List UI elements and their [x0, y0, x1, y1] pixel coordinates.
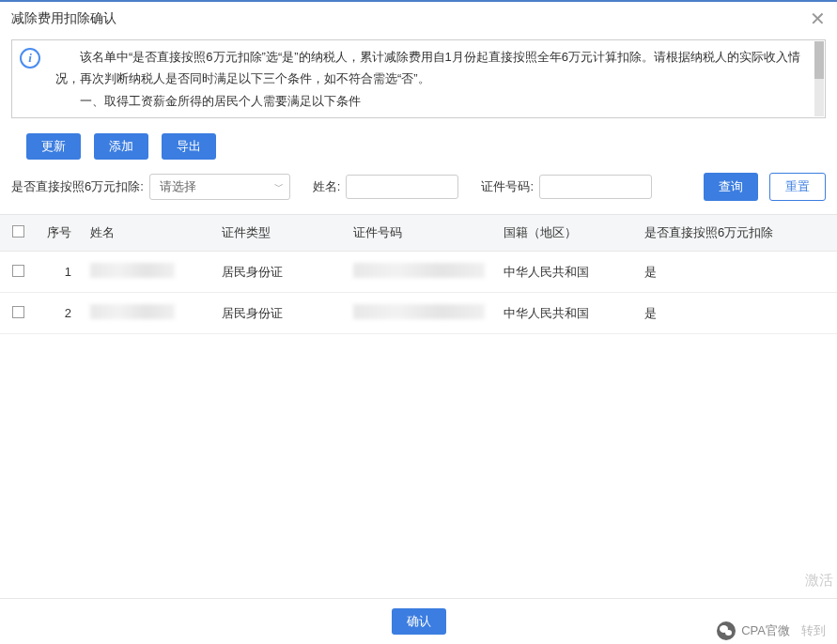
idnum-filter-label: 证件号码:	[481, 178, 534, 195]
col-deduct: 是否直接按照6万元扣除	[637, 215, 837, 252]
notice-box: i 该名单中“是否直接按照6万元扣除”选“是”的纳税人，累计减除费用自1月份起直…	[11, 39, 826, 118]
deduct-filter-label: 是否直接按照6万元扣除:	[11, 178, 144, 195]
close-icon[interactable]: ✕	[810, 9, 826, 28]
toolbar: 更新 添加 导出	[0, 130, 837, 173]
cell-country: 中华人民共和国	[496, 293, 637, 334]
cell-idnum	[346, 252, 496, 293]
wechat-label: CPA官微	[741, 622, 790, 639]
cell-name	[83, 252, 214, 293]
windows-activate-watermark: 激活	[805, 572, 833, 590]
cell-seq: 1	[36, 252, 83, 293]
filter-row: 是否直接按照6万元扣除: 请选择 ﹀ 姓名: 证件号码: 查询 重置	[0, 173, 837, 214]
data-table: 序号 姓名 证件类型 证件号码 国籍（地区） 是否直接按照6万元扣除 1 居民身…	[0, 214, 837, 334]
notice-text: 该名单中“是否直接按照6万元扣除”选“是”的纳税人，累计减除费用自1月份起直接按…	[48, 46, 817, 112]
dialog-footer: 确认	[0, 598, 837, 644]
cell-country: 中华人民共和国	[496, 252, 637, 293]
notice-scrollbar[interactable]	[814, 41, 824, 116]
row-checkbox[interactable]	[12, 265, 24, 277]
notice-line-1: 该名单中“是否直接按照6万元扣除”选“是”的纳税人，累计减除费用自1月份起直接按…	[55, 46, 810, 90]
export-button[interactable]: 导出	[162, 133, 216, 160]
deduct-select[interactable]: 请选择 ﹀	[149, 174, 290, 200]
query-button[interactable]: 查询	[704, 173, 758, 201]
dialog-title: 减除费用扣除确认	[11, 10, 116, 27]
cell-type: 居民身份证	[214, 293, 346, 334]
cell-type: 居民身份证	[214, 252, 346, 293]
reset-button[interactable]: 重置	[769, 173, 826, 201]
deduct-select-placeholder: 请选择	[160, 178, 196, 195]
cell-idnum	[346, 293, 496, 334]
idnum-input[interactable]	[539, 175, 652, 199]
col-country: 国籍（地区）	[496, 215, 637, 252]
table-row[interactable]: 2 居民身份证 中华人民共和国 是	[0, 293, 837, 334]
info-icon: i	[20, 48, 40, 69]
col-name: 姓名	[83, 215, 214, 252]
confirm-button[interactable]: 确认	[392, 608, 446, 635]
cell-seq: 2	[36, 293, 83, 334]
select-all-checkbox[interactable]	[12, 225, 24, 238]
chevron-down-icon: ﹀	[274, 180, 284, 193]
add-button[interactable]: 添加	[94, 133, 148, 160]
cell-deduct: 是	[637, 252, 837, 293]
col-idnum: 证件号码	[346, 215, 496, 252]
name-input[interactable]	[346, 175, 458, 199]
col-seq: 序号	[36, 215, 83, 252]
notice-line-2: 一、取得工资薪金所得的居民个人需要满足以下条件	[55, 90, 810, 112]
cell-deduct: 是	[637, 293, 837, 334]
row-checkbox[interactable]	[12, 306, 24, 318]
cell-name	[83, 293, 214, 334]
wechat-icon	[717, 621, 736, 640]
col-type: 证件类型	[214, 215, 346, 252]
wechat-extra: 转到	[801, 622, 826, 639]
name-filter-label: 姓名:	[313, 178, 341, 195]
wechat-watermark: CPA官微 转到	[717, 621, 826, 640]
update-button[interactable]: 更新	[26, 133, 81, 160]
table-row[interactable]: 1 居民身份证 中华人民共和国 是	[0, 252, 837, 293]
